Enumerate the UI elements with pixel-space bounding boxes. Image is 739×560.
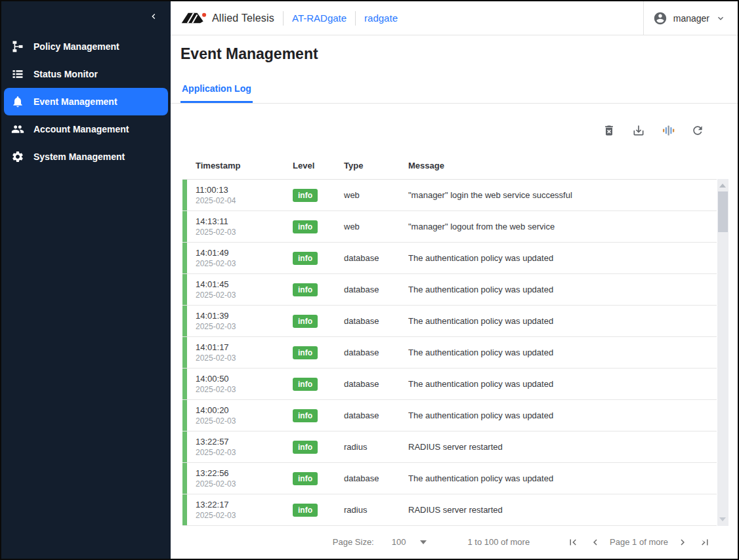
- cell-type: database: [344, 410, 408, 420]
- row-level-bar: [182, 211, 187, 242]
- table-row[interactable]: 14:01:49 2025-02-03 info database The au…: [182, 243, 717, 274]
- table-row[interactable]: 14:01:45 2025-02-03 info database The au…: [182, 274, 717, 306]
- brand: Allied Telesis: [180, 11, 274, 26]
- table-body: 11:00:13 2025-02-04 info web "manager" l…: [182, 179, 717, 526]
- chevron-left-icon: [148, 11, 159, 22]
- tab-application-log[interactable]: Application Log: [180, 83, 253, 103]
- cell-timestamp: 14:01:39 2025-02-03: [182, 310, 293, 332]
- user-menu-button[interactable]: manager: [643, 1, 738, 35]
- cell-type: web: [344, 222, 408, 231]
- timestamp-time: 13:22:57: [196, 436, 293, 448]
- row-level-bar: [182, 243, 187, 273]
- next-page-button[interactable]: [676, 536, 689, 549]
- sidebar-item-system-management[interactable]: System Management: [4, 143, 168, 170]
- timestamp-time: 13:22:17: [196, 499, 293, 511]
- user-name: manager: [673, 13, 709, 24]
- level-badge: info: [293, 283, 318, 296]
- first-page-button[interactable]: [566, 536, 580, 549]
- cell-level: info: [293, 283, 344, 296]
- allied-telesis-logo-icon: [180, 11, 207, 26]
- previous-page-button[interactable]: [589, 536, 602, 549]
- level-badge: info: [293, 472, 318, 485]
- people-icon: [11, 122, 25, 136]
- cell-type: radius: [344, 442, 408, 452]
- refresh-button[interactable]: [691, 124, 704, 137]
- account-circle-icon: [653, 11, 667, 26]
- cell-timestamp: 14:01:45 2025-02-03: [182, 279, 293, 301]
- table-header-row: Timestamp Level Type Message: [182, 150, 728, 179]
- cell-message: The authentication policy was updated: [408, 316, 717, 326]
- cell-level: info: [293, 472, 344, 485]
- column-header-message[interactable]: Message: [408, 161, 728, 170]
- table-row[interactable]: 14:13:11 2025-02-03 info web "manager" l…: [182, 211, 717, 243]
- brand-name: Allied Telesis: [212, 12, 274, 24]
- sidebar-item-label: Account Management: [33, 124, 129, 134]
- sidebar-item-policy-management[interactable]: Policy Management: [4, 33, 168, 60]
- level-badge: info: [293, 252, 318, 265]
- table-row[interactable]: 11:00:13 2025-02-04 info web "manager" l…: [182, 180, 717, 211]
- cell-timestamp: 11:00:13 2025-02-04: [182, 184, 293, 207]
- table-toolbar: [171, 104, 738, 137]
- column-header-type[interactable]: Type: [344, 161, 408, 170]
- table-row[interactable]: 13:22:57 2025-02-03 info radius RADIUS s…: [182, 431, 717, 463]
- event-log-table: Timestamp Level Type Message 11:00:13 20…: [182, 150, 728, 526]
- cell-timestamp: 14:01:17 2025-02-03: [182, 342, 293, 364]
- graphic-eq-icon: [662, 124, 675, 137]
- scroll-down-arrow-icon[interactable]: [719, 517, 726, 521]
- timestamp-date: 2025-02-03: [196, 510, 293, 521]
- table-row[interactable]: 13:22:17 2025-02-03 info radius RADIUS s…: [182, 494, 717, 526]
- table-row[interactable]: 14:01:39 2025-02-03 info database The au…: [182, 306, 717, 337]
- table-row[interactable]: 14:00:20 2025-02-03 info database The au…: [182, 400, 717, 431]
- sidebar-collapse-button[interactable]: [146, 9, 161, 24]
- policy-schema-icon: [11, 39, 25, 54]
- cell-type: database: [344, 316, 408, 326]
- level-badge: info: [293, 220, 318, 233]
- level-filter-button[interactable]: [662, 124, 675, 137]
- cell-level: info: [293, 189, 344, 202]
- row-level-bar: [182, 400, 187, 431]
- sidebar-item-status-monitor[interactable]: Status Monitor: [4, 60, 168, 88]
- row-level-bar: [182, 369, 187, 399]
- sidebar-item-event-management[interactable]: Event Management: [4, 88, 168, 115]
- first-page-icon: [567, 536, 579, 548]
- cell-message: The authentication policy was updated: [408, 253, 717, 263]
- sidebar-header: [1, 1, 171, 31]
- scrollbar-thumb[interactable]: [718, 191, 728, 232]
- row-level-bar: [182, 494, 187, 525]
- sidebar-item-label: System Management: [33, 151, 125, 162]
- cell-level: info: [293, 346, 344, 359]
- cell-timestamp: 14:00:50 2025-02-03: [182, 373, 293, 395]
- page-size-value[interactable]: 100: [392, 537, 406, 547]
- vertical-scrollbar[interactable]: [717, 179, 728, 526]
- download-button[interactable]: [632, 124, 645, 137]
- last-page-button[interactable]: [698, 536, 711, 549]
- timestamp-time: 11:00:13: [196, 184, 293, 196]
- cell-message: RADIUS server restarted: [408, 505, 717, 515]
- level-badge: info: [293, 315, 318, 328]
- timestamp-time: 13:22:56: [196, 468, 293, 479]
- table-row[interactable]: 14:00:50 2025-02-03 info database The au…: [182, 369, 717, 400]
- table-row[interactable]: 14:01:17 2025-02-03 info database The au…: [182, 337, 717, 369]
- level-badge: info: [293, 346, 318, 359]
- cell-timestamp: 13:22:56 2025-02-03: [182, 468, 293, 490]
- timestamp-time: 14:01:39: [196, 310, 293, 322]
- clear-log-button[interactable]: [602, 124, 616, 137]
- tab-bar: Application Log: [171, 83, 738, 104]
- cell-timestamp: 13:22:17 2025-02-03: [182, 499, 293, 521]
- sidebar-item-account-management[interactable]: Account Management: [4, 115, 168, 143]
- sidebar-item-label: Event Management: [33, 96, 117, 107]
- product-link[interactable]: AT-RADgate: [292, 12, 347, 24]
- timestamp-time: 14:00:50: [196, 373, 293, 385]
- scroll-up-arrow-icon[interactable]: [719, 184, 726, 188]
- topbar-divider: [355, 11, 356, 26]
- site-link[interactable]: radgate: [364, 12, 398, 24]
- cell-timestamp: 14:01:49 2025-02-03: [182, 247, 293, 270]
- sidebar-item-label: Policy Management: [33, 41, 119, 52]
- cell-message: RADIUS server restarted: [408, 442, 717, 452]
- column-header-level[interactable]: Level: [293, 161, 344, 170]
- table-row[interactable]: 13:22:56 2025-02-03 info database The au…: [182, 463, 717, 494]
- page-size-dropdown-icon[interactable]: [420, 540, 427, 544]
- column-header-timestamp[interactable]: Timestamp: [182, 161, 293, 170]
- cell-type: database: [344, 253, 408, 263]
- level-badge: info: [293, 504, 318, 517]
